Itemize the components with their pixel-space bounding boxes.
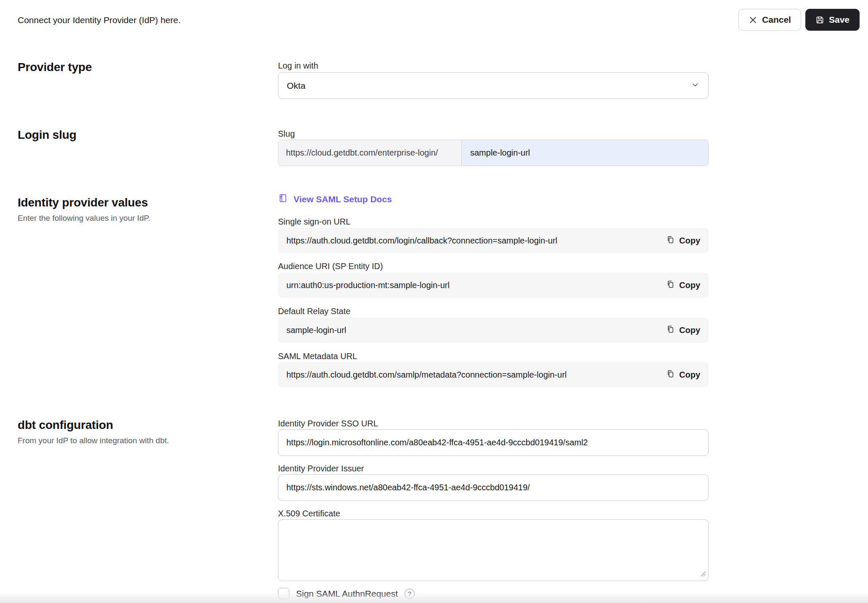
journal-docs-icon xyxy=(278,193,288,205)
header-actions: Cancel Save xyxy=(738,9,860,31)
idp-values-subtitle: Enter the following values in your IdP. xyxy=(18,214,150,223)
copy-button-label: Copy xyxy=(679,325,700,335)
copy-audience-uri-button[interactable]: Copy xyxy=(666,280,700,291)
chevron-down-icon xyxy=(691,80,700,91)
copy-button-label: Copy xyxy=(679,280,700,290)
save-button[interactable]: Save xyxy=(805,9,860,31)
cancel-button-label: Cancel xyxy=(762,15,791,25)
section-heading-idp-values: Identity provider values xyxy=(18,196,148,209)
saml-metadata-url-value: https://auth.cloud.getdbt.com/samlp/meta… xyxy=(286,370,567,380)
idp-issuer-label: Identity Provider Issuer xyxy=(278,464,364,473)
floppy-save-icon xyxy=(815,16,824,24)
copy-button-label: Copy xyxy=(679,236,700,246)
copy-icon xyxy=(666,369,675,381)
cancel-button[interactable]: Cancel xyxy=(738,9,801,31)
saml-metadata-url-value-box: https://auth.cloud.getdbt.com/samlp/meta… xyxy=(278,362,709,387)
login-with-label: Log in with xyxy=(278,61,318,71)
x509-certificate-textarea[interactable] xyxy=(278,519,709,581)
copy-relay-state-button[interactable]: Copy xyxy=(666,325,700,336)
idp-sso-url-label: Identity Provider SSO URL xyxy=(278,419,378,428)
idp-settings-page: Connect your Identity Provider (IdP) her… xyxy=(0,0,868,603)
slug-control: https://cloud.getdbt.com/enterprise-logi… xyxy=(278,140,709,166)
copy-icon xyxy=(666,325,675,336)
audience-uri-value-box: urn:auth0:us-production-mt:sample-login-… xyxy=(278,272,709,298)
saml-docs-link-label: View SAML Setup Docs xyxy=(294,194,392,204)
saml-docs-link[interactable]: View SAML Setup Docs xyxy=(278,193,392,205)
saml-metadata-url-label: SAML Metadata URL xyxy=(278,352,357,361)
save-button-label: Save xyxy=(829,15,849,25)
copy-sso-url-button[interactable]: Copy xyxy=(666,235,700,246)
sso-url-value-box: https://auth.cloud.getdbt.com/login/call… xyxy=(278,228,709,253)
idp-issuer-input[interactable] xyxy=(278,474,709,501)
relay-state-label: Default Relay State xyxy=(278,307,350,316)
x-icon xyxy=(749,16,757,24)
sso-url-value: https://auth.cloud.getdbt.com/login/call… xyxy=(286,236,557,246)
x509-certificate-wrap xyxy=(278,519,709,581)
audience-uri-value: urn:auth0:us-production-mt:sample-login-… xyxy=(286,280,450,290)
idp-sso-url-input[interactable] xyxy=(278,429,709,456)
page-description: Connect your Identity Provider (IdP) her… xyxy=(18,15,181,25)
section-heading-login-slug: Login slug xyxy=(18,128,77,142)
slug-url-prefix: https://cloud.getdbt.com/enterprise-logi… xyxy=(278,140,462,166)
section-heading-provider-type: Provider type xyxy=(18,61,92,74)
provider-select-value: Okta xyxy=(287,81,305,91)
bottom-fade xyxy=(0,592,868,603)
relay-state-value-box: sample-login-url Copy xyxy=(278,317,709,343)
copy-icon xyxy=(666,235,675,246)
audience-uri-label: Audience URI (SP Entity ID) xyxy=(278,262,383,271)
dbt-configuration-subtitle: From your IdP to allow integration with … xyxy=(18,436,169,445)
copy-icon xyxy=(666,280,675,291)
slug-label: Slug xyxy=(278,129,295,139)
relay-state-value: sample-login-url xyxy=(286,325,346,335)
slug-input[interactable] xyxy=(462,140,708,166)
provider-select[interactable]: Okta xyxy=(278,72,709,99)
copy-button-label: Copy xyxy=(679,370,700,380)
sso-url-label: Single sign-on URL xyxy=(278,217,350,227)
x509-certificate-label: X.509 Certificate xyxy=(278,509,340,518)
copy-saml-metadata-url-button[interactable]: Copy xyxy=(666,369,700,381)
section-heading-dbt-configuration: dbt configuration xyxy=(18,418,113,432)
